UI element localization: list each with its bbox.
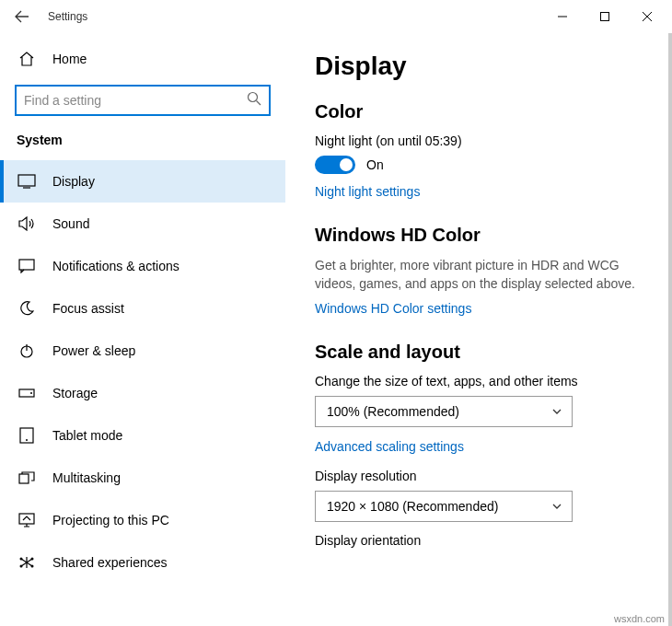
sidebar-item-label: Focus assist <box>52 301 124 316</box>
svg-point-14 <box>31 565 34 568</box>
scale-size-value: 100% (Recommended) <box>327 404 459 419</box>
night-light-settings-link[interactable]: Night light settings <box>315 184 420 199</box>
sidebar-item-label: Shared experiences <box>52 555 168 570</box>
maximize-icon <box>600 12 609 21</box>
svg-point-1 <box>249 93 258 102</box>
svg-point-8 <box>26 439 28 441</box>
home-icon <box>17 51 36 67</box>
moon-icon <box>17 301 36 316</box>
sidebar-item-tablet[interactable]: Tablet mode <box>0 414 285 457</box>
svg-point-11 <box>20 558 23 561</box>
minimize-button[interactable] <box>541 0 584 33</box>
sound-icon <box>17 216 36 231</box>
home-label: Home <box>52 52 87 66</box>
chevron-down-icon <box>551 501 562 512</box>
maximize-button[interactable] <box>584 0 626 33</box>
window-title: Settings <box>48 10 87 23</box>
page-title: Display <box>315 52 650 81</box>
scale-size-label: Change the size of text, apps, and other… <box>315 374 650 388</box>
search-input[interactable] <box>15 85 271 116</box>
sidebar-item-projecting[interactable]: Projecting to this PC <box>0 499 285 541</box>
sidebar-item-label: Projecting to this PC <box>52 513 169 527</box>
advanced-scaling-link[interactable]: Advanced scaling settings <box>315 439 464 454</box>
power-icon <box>17 343 36 358</box>
svg-rect-10 <box>19 514 34 524</box>
hd-description: Get a brighter, more vibrant picture in … <box>315 257 650 293</box>
hd-color-settings-link[interactable]: Windows HD Color settings <box>315 301 471 316</box>
home-button[interactable]: Home <box>0 41 285 77</box>
storage-icon <box>17 388 36 398</box>
sidebar-item-label: Tablet mode <box>52 428 122 443</box>
sidebar-item-shared[interactable]: Shared experiences <box>0 541 285 584</box>
arrow-left-icon <box>15 9 29 24</box>
notifications-icon <box>17 259 36 273</box>
sidebar-item-label: Sound <box>52 216 89 231</box>
sidebar-item-label: Storage <box>52 386 98 400</box>
sidebar-item-label: Multitasking <box>52 470 121 485</box>
sidebar-item-label: Power & sleep <box>52 343 135 358</box>
close-icon <box>643 12 652 21</box>
scrollbar[interactable] <box>668 33 672 626</box>
toggle-state-label: On <box>366 157 384 172</box>
shared-icon <box>17 556 36 569</box>
svg-rect-9 <box>19 474 29 483</box>
sidebar-item-sound[interactable]: Sound <box>0 203 285 245</box>
content-area: Display Color Night light (on until 05:3… <box>285 33 672 626</box>
multitasking-icon <box>17 471 36 484</box>
svg-point-12 <box>31 558 34 561</box>
sidebar: Home System Display Sound Notifications … <box>0 33 285 626</box>
tablet-icon <box>17 427 36 444</box>
orientation-label: Display orientation <box>315 533 650 548</box>
svg-rect-2 <box>18 175 35 186</box>
svg-point-13 <box>20 565 23 568</box>
section-color-heading: Color <box>315 101 650 122</box>
svg-rect-0 <box>601 13 609 21</box>
back-button[interactable] <box>4 0 41 33</box>
sidebar-item-display[interactable]: Display <box>0 160 285 203</box>
close-button[interactable] <box>626 0 668 33</box>
display-icon <box>17 174 36 189</box>
section-hd-heading: Windows HD Color <box>315 225 650 246</box>
night-light-status: Night light (on until 05:39) <box>315 133 650 148</box>
svg-point-6 <box>30 392 32 394</box>
night-light-toggle[interactable] <box>315 156 355 174</box>
sidebar-item-label: Notifications & actions <box>52 259 180 273</box>
category-label: System <box>0 133 285 160</box>
watermark: wsxdn.com <box>614 613 665 624</box>
svg-rect-3 <box>19 260 34 270</box>
projecting-icon <box>17 513 36 527</box>
sidebar-item-label: Display <box>52 174 95 189</box>
sidebar-item-power[interactable]: Power & sleep <box>0 330 285 372</box>
minimize-icon <box>558 12 567 21</box>
sidebar-item-notifications[interactable]: Notifications & actions <box>0 245 285 287</box>
sidebar-item-multitasking[interactable]: Multitasking <box>0 457 285 499</box>
resolution-label: Display resolution <box>315 469 650 483</box>
chevron-down-icon <box>551 406 562 417</box>
sidebar-item-storage[interactable]: Storage <box>0 372 285 414</box>
section-scale-heading: Scale and layout <box>315 342 650 363</box>
resolution-value: 1920 × 1080 (Recommended) <box>327 499 498 514</box>
resolution-select[interactable]: 1920 × 1080 (Recommended) <box>315 491 573 522</box>
search-icon <box>247 91 261 110</box>
sidebar-item-focus-assist[interactable]: Focus assist <box>0 287 285 330</box>
scale-size-select[interactable]: 100% (Recommended) <box>315 396 573 427</box>
